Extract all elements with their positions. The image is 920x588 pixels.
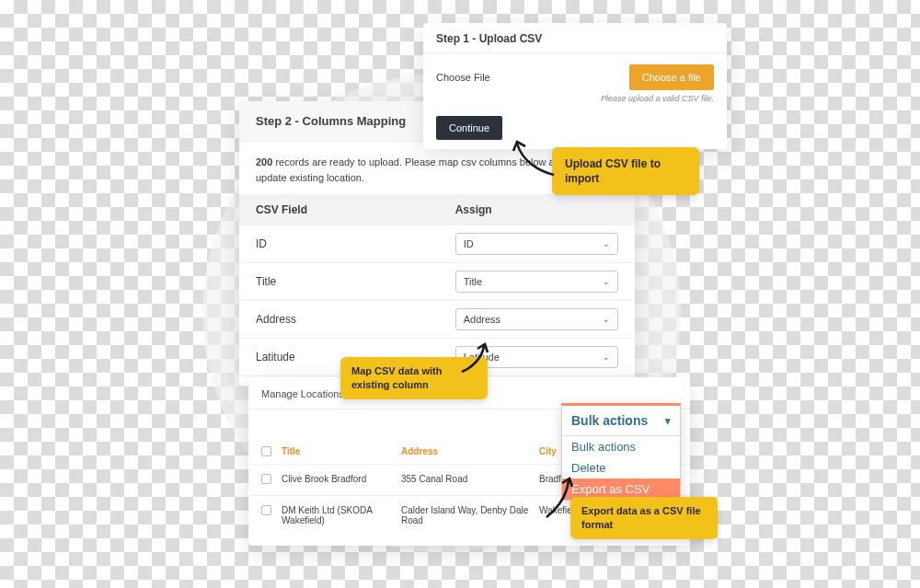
mapping-row: AddressAddress⌄ [239, 301, 635, 339]
cell-title: DM Keith Ltd (SKODA Wakefield) [282, 505, 401, 525]
header-assign: Assign [455, 203, 492, 216]
assign-value: ID [464, 238, 474, 249]
choose-file-button[interactable]: Choose a file [629, 64, 714, 90]
assign-select[interactable]: ID⌄ [455, 233, 618, 255]
chevron-down-icon: ⌄ [603, 352, 610, 362]
record-count: 200 [256, 156, 272, 167]
desc-rest: records are ready to upload. Please map … [256, 156, 603, 183]
row-checkbox[interactable] [261, 505, 271, 515]
assign-select[interactable]: Address⌄ [455, 308, 618, 330]
cell-title: Clive Brook Bradford [282, 474, 401, 486]
cell-address: 355 Canal Road [401, 474, 539, 486]
bulk-option[interactable]: Delete [562, 457, 680, 478]
cell-address: Calder Island Way, Denby Dale Road [401, 505, 539, 525]
step1-card: Step 1 - Upload CSV Choose File Choose a… [423, 23, 727, 149]
row-checkbox[interactable] [261, 474, 271, 484]
upload-hint: Please upload a valid CSV file. [423, 90, 727, 103]
mapping-row: IDID⌄ [239, 225, 635, 263]
continue-button[interactable]: Continue [436, 116, 502, 140]
col-address[interactable]: Address [401, 446, 539, 458]
callout-upload: Upload CSV file to import [552, 147, 699, 195]
bulk-actions-dropdown[interactable]: Bulk actions ▾ Bulk actionsDeleteExport … [561, 403, 681, 501]
mapping-row: TitleTitle⌄ [239, 263, 635, 301]
callout-map: Map CSV data with existing column [340, 357, 488, 399]
select-all-checkbox[interactable] [261, 446, 271, 456]
csv-field-label: Title [256, 275, 455, 288]
chevron-down-icon: ⌄ [603, 315, 610, 324]
bulk-actions-toggle[interactable]: Bulk actions ▾ [562, 406, 680, 436]
chevron-down-icon: ▾ [665, 415, 671, 427]
assign-value: Title [464, 276, 482, 287]
header-csv-field: CSV Field [256, 203, 455, 216]
step1-title: Step 1 - Upload CSV [423, 23, 727, 53]
bulk-label: Bulk actions [571, 413, 648, 428]
csv-field-label: Address [256, 313, 455, 326]
manage-title: Manage Locations [261, 388, 344, 399]
bulk-option[interactable]: Bulk actions [562, 436, 680, 457]
mapping-header: CSV Field Assign [239, 194, 635, 225]
csv-field-label: ID [256, 237, 455, 250]
choose-file-label: Choose File [436, 72, 490, 83]
chevron-down-icon: ⌄ [603, 239, 610, 248]
assign-select[interactable]: Title⌄ [455, 271, 618, 293]
chevron-down-icon: ⌄ [603, 277, 610, 286]
callout-export: Export data as a CSV file format [570, 497, 718, 539]
col-title[interactable]: Title [282, 446, 401, 458]
assign-value: Address [464, 314, 500, 325]
